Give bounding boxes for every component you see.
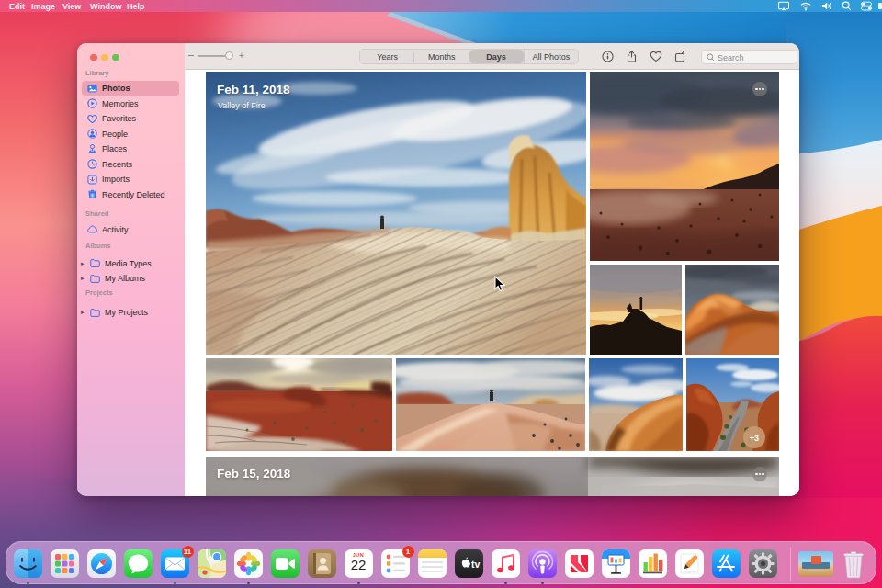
svg-text:+3: +3 [750,434,759,443]
svg-text:tv: tv [471,559,480,570]
